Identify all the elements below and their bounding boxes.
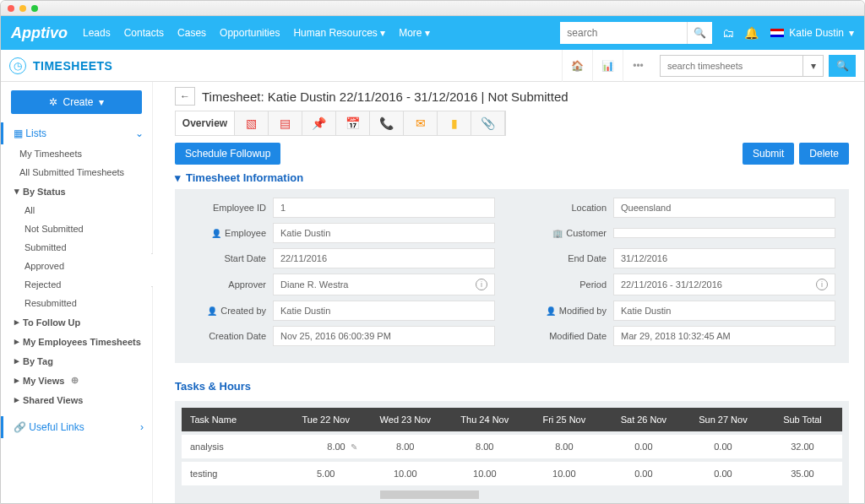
tab-pin[interactable]: 📌 <box>302 111 336 135</box>
more-icon[interactable]: ••• <box>623 50 653 82</box>
task-name[interactable]: testing <box>182 462 286 485</box>
sidebar-item-my-timesheets[interactable]: My Timesheets <box>1 144 152 163</box>
sidebar-item-all[interactable]: All <box>1 201 152 219</box>
nav-contacts[interactable]: Contacts <box>124 27 164 39</box>
field-customer[interactable] <box>613 228 835 238</box>
home-icon[interactable]: 🏠 <box>562 50 592 82</box>
sidebar-item-my-employees[interactable]: My Employees Timesheets <box>1 332 152 351</box>
sidebar-item-by-tag[interactable]: By Tag <box>1 351 152 371</box>
nav-cases[interactable]: Cases <box>177 27 206 39</box>
field-end[interactable]: 31/12/2016 <box>613 248 835 268</box>
arrow-left-icon: ← <box>180 90 190 102</box>
task-name[interactable]: analysis <box>182 435 286 458</box>
hours-cell[interactable]: 8.00✎ <box>286 435 366 458</box>
detail-tabs: Overview ▧ ▤ 📌 📅 📞 ✉ ▮ 📎 <box>175 111 506 136</box>
sidebar-item-to-follow-up[interactable]: To Follow Up <box>1 312 152 332</box>
section-timesheet-info[interactable]: ▾ Timesheet Information <box>175 171 849 184</box>
field-period[interactable]: 22/11/2016 - 31/12/2016i <box>613 274 835 295</box>
section-tasks-hours: Tasks & Hours <box>175 380 849 393</box>
subtotal-cell: 32.00 <box>763 435 842 458</box>
field-created-on: Nov 25, 2016 06:00:39 PM <box>273 326 495 346</box>
submit-button[interactable]: Submit <box>743 143 794 165</box>
maximize-window-icon[interactable] <box>31 5 38 12</box>
field-emp-id[interactable]: 1 <box>273 198 495 218</box>
tab-date[interactable]: 📅 <box>336 111 370 135</box>
field-created-by[interactable]: Katie Dustin <box>273 301 495 321</box>
chevron-down-icon: ▾ <box>849 27 854 39</box>
chevron-right-icon <box>14 375 19 386</box>
field-location[interactable]: Queensland <box>613 198 835 218</box>
info-icon[interactable]: i <box>476 279 487 290</box>
tasks-table: Task Name Tue 22 Nov Wed 23 Nov Thu 24 N… <box>175 401 849 504</box>
module-search-button[interactable]: 🔍 <box>829 55 856 77</box>
field-approver[interactable]: Diane R. Westrai <box>273 274 495 295</box>
tab-calendar2[interactable]: ▤ <box>269 111 302 135</box>
reports-icon[interactable]: 📊 <box>592 50 623 82</box>
nav-opportunities[interactable]: Opportunities <box>220 27 280 39</box>
delete-button[interactable]: Delete <box>799 143 849 165</box>
nav-hr[interactable]: Human Resources ▾ <box>293 27 385 39</box>
col-sun: Sun 27 Nov <box>683 408 763 431</box>
table-row: testing 5.00 10.00 10.00 10.00 0.00 0.00… <box>182 462 842 485</box>
field-employee[interactable]: Katie Dustin <box>273 223 495 243</box>
close-window-icon[interactable] <box>8 5 14 12</box>
nav-more[interactable]: More ▾ <box>399 27 430 39</box>
chevron-right-icon <box>14 317 19 328</box>
minimize-window-icon[interactable] <box>19 5 26 12</box>
hours-cell[interactable]: 0.00 <box>683 435 763 458</box>
global-nav: Apptivo Leads Contacts Cases Opportuniti… <box>1 16 864 50</box>
horizontal-scrollbar[interactable] <box>182 490 842 499</box>
field-start[interactable]: 22/11/2016 <box>273 248 495 268</box>
create-button[interactable]: ✲ Create ▾ <box>11 90 142 114</box>
sidebar-item-not-submitted[interactable]: Not Submitted <box>1 219 152 238</box>
pencil-icon: ✎ <box>351 442 357 452</box>
sidebar-group-lists[interactable]: ▦ Lists ⌄ <box>1 122 152 144</box>
tab-note[interactable]: ▮ <box>438 111 471 135</box>
module-search: ▾ 🔍 <box>660 55 856 77</box>
hours-cell[interactable]: 10.00 <box>366 462 445 485</box>
user-menu[interactable]: Katie Dustin ▾ <box>770 27 854 39</box>
notifications-icon[interactable]: 🔔 <box>744 26 759 40</box>
module-search-input[interactable] <box>660 55 803 77</box>
hours-cell[interactable]: 5.00 <box>286 462 366 485</box>
sidebar-group-useful-links[interactable]: 🔗 Useful Links › <box>1 416 152 438</box>
hours-cell[interactable]: 0.00 <box>604 435 683 458</box>
date-icon: 📅 <box>345 117 360 130</box>
global-search-button[interactable]: 🔍 <box>687 22 712 44</box>
field-modified-by[interactable]: Katie Dustin <box>613 301 835 321</box>
tab-phone[interactable]: 📞 <box>370 111 404 135</box>
hours-cell[interactable]: 0.00 <box>683 462 763 485</box>
hours-cell[interactable]: 8.00 <box>366 435 445 458</box>
hours-cell[interactable]: 10.00 <box>445 462 525 485</box>
sidebar-item-shared-views[interactable]: Shared Views <box>1 390 152 409</box>
sidebar-item-submitted[interactable]: Submitted <box>1 238 152 257</box>
sidebar-item-all-submitted[interactable]: All Submitted Timesheets <box>1 163 152 182</box>
apps-icon[interactable]: 🗂 <box>722 26 734 40</box>
hours-cell[interactable]: 10.00 <box>525 462 604 485</box>
tab-email[interactable]: ✉ <box>404 111 438 135</box>
schedule-followup-button[interactable]: Schedule Followup <box>175 143 280 165</box>
hours-cell[interactable]: 0.00 <box>604 462 683 485</box>
global-search-input[interactable] <box>560 22 687 44</box>
nav-leads[interactable]: Leads <box>83 27 111 39</box>
add-icon[interactable]: ⊕ <box>71 375 79 386</box>
sidebar-item-by-status[interactable]: By Status <box>1 182 152 201</box>
info-icon[interactable]: i <box>816 279 828 290</box>
sidebar-item-resubmitted[interactable]: Resubmitted <box>1 294 152 312</box>
email-icon: ✉ <box>416 117 426 130</box>
clock-icon: ◷ <box>9 57 26 74</box>
sidebar-item-rejected[interactable]: Rejected <box>1 275 152 294</box>
module-search-dropdown[interactable]: ▾ <box>803 55 824 77</box>
logo[interactable]: Apptivo <box>11 24 68 42</box>
tab-calendar[interactable]: ▧ <box>235 111 269 135</box>
sidebar-item-my-views[interactable]: My Views ⊕ <box>1 371 152 390</box>
link-icon: 🔗 <box>14 421 26 433</box>
back-button[interactable]: ← <box>175 87 195 106</box>
hours-cell[interactable]: 8.00 <box>525 435 604 458</box>
tab-overview[interactable]: Overview <box>176 111 235 135</box>
calendar-red-icon: ▧ <box>246 117 257 130</box>
sidebar-item-approved[interactable]: Approved <box>1 257 152 275</box>
hours-cell[interactable]: 8.00 <box>445 435 525 458</box>
tab-attachment[interactable]: 📎 <box>471 111 505 135</box>
chevron-down-icon <box>14 186 19 197</box>
